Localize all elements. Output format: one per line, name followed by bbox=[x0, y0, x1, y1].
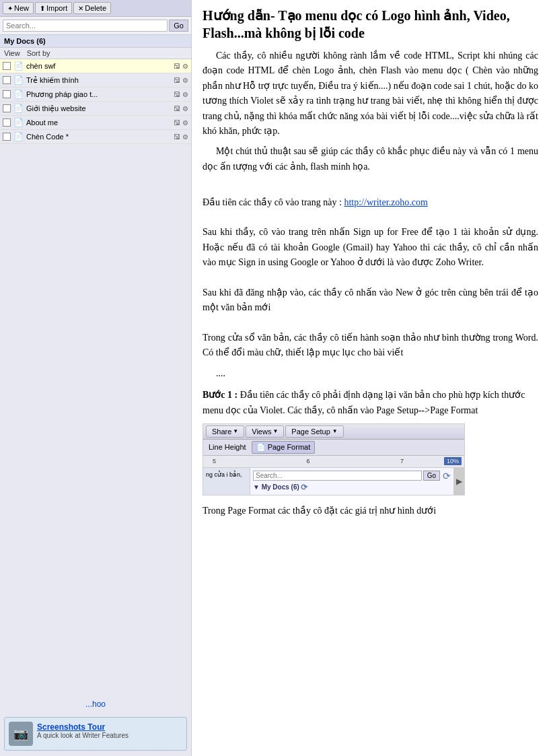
doc-icon: 📄 bbox=[13, 90, 24, 99]
new-button[interactable]: ✦ New bbox=[3, 2, 34, 14]
ss-views-arrow: ▼ bbox=[272, 428, 278, 434]
ss-page-setup-button[interactable]: Page Setup ▼ bbox=[285, 425, 343, 438]
ss-ruler: 5 6 7 10% bbox=[203, 456, 464, 468]
delete-button[interactable]: ✕ Delete bbox=[73, 2, 111, 14]
search-go-button[interactable]: Go bbox=[169, 20, 188, 32]
ss-bottom-panel: ng cửa i bản, Go ⟳ ▼ My Docs bbox=[203, 468, 464, 495]
list-item[interactable]: 📄 Giới thiệu website 🖫 ⚙ bbox=[0, 102, 191, 116]
doc-checkbox[interactable] bbox=[3, 90, 11, 98]
step1-content: Đầu tiên các thầy cô phải định dạng lại … bbox=[203, 390, 525, 415]
ss-right-panel: Go ⟳ ▼ My Docs (6) ⟳ bbox=[250, 468, 453, 495]
import-icon: ⬆ bbox=[40, 5, 45, 12]
bottom-text: Trong Page Format các thầy cô đặt các gi… bbox=[203, 504, 538, 518]
ss-toolbar-row1: Share ▼ Views ▼ Page Setup ▼ bbox=[203, 424, 464, 440]
import-button[interactable]: ⬆ Import bbox=[35, 2, 72, 14]
doc-checkbox[interactable] bbox=[3, 118, 11, 127]
doc-name: Chèn Code * bbox=[26, 133, 171, 141]
ss-page-format-button[interactable]: 📄 Page Format bbox=[252, 441, 316, 454]
ss-toolbar-row2: Line Height 📄 Page Format bbox=[203, 440, 464, 456]
ss-left-panel: ng cửa i bản, bbox=[203, 468, 250, 495]
screenshots-link[interactable]: Screenshots Tour bbox=[37, 722, 105, 732]
doc-checkbox[interactable] bbox=[3, 76, 11, 84]
new-icon: ✦ bbox=[7, 5, 13, 12]
ss-line-height-label: Line Height bbox=[206, 442, 249, 452]
list-item[interactable]: 📄 About me 🖫 ⚙ bbox=[0, 116, 191, 130]
my-docs-label: My Docs (6) bbox=[4, 37, 46, 45]
doc-actions: 🖫 ⚙ bbox=[174, 119, 188, 127]
my-docs-header: My Docs (6) bbox=[0, 35, 191, 48]
ss-ruler-percent: 10% bbox=[444, 457, 462, 465]
view-dropdown[interactable]: View bbox=[4, 49, 20, 57]
doc-icon: 📄 bbox=[13, 75, 24, 85]
doc-checkbox[interactable] bbox=[3, 62, 11, 70]
article-paragraph-2: Một chút thủ thuật sau sẽ giúp các thầy … bbox=[203, 144, 538, 174]
doc-name: Phương pháp giao t... bbox=[26, 90, 171, 99]
screenshots-tour-box[interactable]: 📷 Screenshots Tour A quick look at Write… bbox=[4, 717, 187, 751]
doc-actions: 🖫 ⚙ bbox=[174, 63, 188, 70]
doc-name: Trẻ khiếm thính bbox=[26, 76, 171, 85]
search-bar: Go bbox=[0, 17, 191, 35]
doc-name: About me bbox=[26, 118, 171, 127]
doc-actions: 🖫 ⚙ bbox=[174, 91, 188, 98]
ss-share-arrow: ▼ bbox=[233, 428, 238, 434]
ss-search-go-button[interactable]: Go bbox=[423, 471, 440, 481]
ss-share-button[interactable]: Share ▼ bbox=[206, 425, 244, 438]
sort-dropdown[interactable]: Sort by bbox=[27, 49, 50, 57]
ss-scroll-refresh-icon: ⟳ bbox=[443, 471, 451, 481]
screenshots-icon: 📷 bbox=[9, 722, 33, 746]
list-item[interactable]: 📄 Phương pháp giao t... 🖫 ⚙ bbox=[0, 88, 191, 102]
article-paragraph-1: Các thầy, cô nhiều người không rành lắm … bbox=[203, 48, 538, 139]
docs-list: 📄 chèn swf 🖫 ⚙ 📄 Trẻ khiếm thính 🖫 ⚙ 📄 P… bbox=[0, 59, 191, 697]
search-input[interactable] bbox=[3, 20, 168, 32]
screenshots-subtitle: A quick look at Writer Features bbox=[37, 732, 129, 739]
ss-page-format-icon: 📄 bbox=[256, 443, 266, 452]
article-paragraph-3: Đầu tiên các thầy cô vào trang này : htt… bbox=[203, 180, 538, 361]
doc-actions: 🖫 ⚙ bbox=[174, 133, 188, 141]
docs-view-sort: View Sort by bbox=[0, 48, 191, 59]
list-item[interactable]: 📄 Chèn Code * 🖫 ⚙ bbox=[0, 130, 191, 144]
ss-my-docs-header: ▼ My Docs (6) ⟳ bbox=[253, 483, 451, 492]
main-content: Hướng dẫn- Tạo menu dọc có Logo hình ảnh… bbox=[192, 0, 549, 756]
ellipsis: .... bbox=[203, 366, 538, 381]
article-body: Các thầy, cô nhiều người không rành lắm … bbox=[203, 48, 538, 381]
step-section: Bước 1 : Đầu tiên các thầy cô phải định … bbox=[203, 388, 538, 518]
delete-icon: ✕ bbox=[78, 5, 83, 12]
ss-views-button[interactable]: Views ▼ bbox=[246, 425, 284, 438]
doc-icon: 📄 bbox=[13, 104, 24, 113]
doc-name: Giới thiệu website bbox=[26, 104, 171, 113]
doc-icon: 📄 bbox=[13, 61, 24, 71]
doc-icon: 📄 bbox=[13, 118, 24, 127]
sidebar-toolbar: ✦ New ⬆ Import ✕ Delete bbox=[0, 0, 191, 17]
ss-page-setup-arrow: ▼ bbox=[332, 428, 338, 434]
doc-checkbox[interactable] bbox=[3, 133, 11, 141]
step1-label: Bước 1 : bbox=[203, 390, 237, 400]
yahoo-link[interactable]: ...hoo bbox=[0, 697, 191, 712]
article-title: Hướng dẫn- Tạo menu dọc có Logo hình ảnh… bbox=[203, 7, 538, 42]
ss-search-bar: Go ⟳ bbox=[253, 471, 451, 481]
doc-icon: 📄 bbox=[13, 132, 24, 141]
doc-checkbox[interactable] bbox=[3, 104, 11, 112]
step1-text: Bước 1 : Đầu tiên các thầy cô phải định … bbox=[203, 388, 538, 418]
doc-actions: 🖫 ⚙ bbox=[174, 105, 188, 112]
ss-scroll-right[interactable]: ▶ bbox=[453, 468, 464, 495]
ss-refresh-icon: ⟳ bbox=[301, 483, 307, 492]
zoho-link[interactable]: http://writer.zoho.com bbox=[344, 197, 427, 207]
screenshot-image: Share ▼ Views ▼ Page Setup ▼ bbox=[203, 423, 465, 495]
doc-actions: 🖫 ⚙ bbox=[174, 77, 188, 84]
doc-name: chèn swf bbox=[26, 62, 171, 70]
ss-ruler-marks: 5 6 7 bbox=[206, 457, 410, 465]
screenshots-text: Screenshots Tour A quick look at Writer … bbox=[37, 722, 129, 739]
list-item[interactable]: 📄 Trẻ khiếm thính 🖫 ⚙ bbox=[0, 73, 191, 88]
ss-search-input[interactable] bbox=[253, 471, 422, 481]
list-item[interactable]: 📄 chèn swf 🖫 ⚙ bbox=[0, 59, 191, 73]
